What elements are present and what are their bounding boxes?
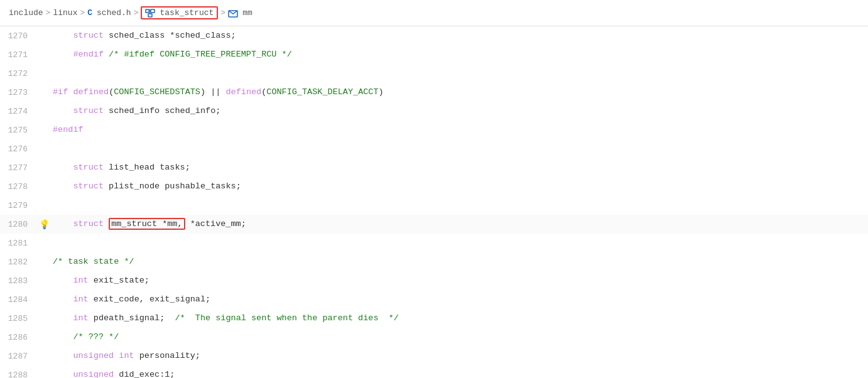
code-text-1274: struct sched_info sched_info;: [50, 102, 220, 121]
breadcrumb-mm-label: mm: [242, 8, 252, 18]
code-text-1280: struct mm_struct *mm, *active_mm;: [50, 215, 246, 234]
code-text-1283: int exit_state;: [50, 271, 149, 290]
line-number: 1288: [0, 370, 38, 379]
code-line-1273: 1273 #if defined(CONFIG_SCHEDSTATS) || d…: [0, 83, 868, 102]
code-line-1280: 1280 💡 struct mm_struct *mm, *active_mm;: [0, 215, 868, 234]
code-line-1272: 1272: [0, 64, 868, 83]
code-line-1277: 1277 struct list_head tasks;: [0, 158, 868, 177]
code-text-1270: struct sched_class *sched_class;: [50, 26, 236, 45]
c-file-icon: C: [87, 8, 92, 18]
line-number: 1286: [0, 333, 38, 342]
struct-icon: [145, 9, 155, 18]
line-number: 1287: [0, 352, 38, 361]
code-text-1278: struct plist_node pushable_tasks;: [50, 177, 241, 196]
breadcrumb: include > linux > C sched.h > task_struc…: [0, 0, 868, 26]
code-line-1285: 1285 int pdeath_signal; /* The signal se…: [0, 309, 868, 328]
code-line-1281: 1281: [0, 234, 868, 252]
code-line-1288: 1288 unsigned did_exec:1;: [0, 365, 868, 378]
breadcrumb-sep-1: >: [46, 8, 51, 18]
line-number: 1281: [0, 239, 38, 248]
code-text-1282: /* task state */: [50, 252, 134, 271]
code-line-1284: 1284 int exit_code, exit_signal;: [0, 290, 868, 309]
line-number: 1277: [0, 163, 38, 173]
breadcrumb-include-label: include: [9, 8, 43, 18]
breadcrumb-sep-4: >: [220, 8, 225, 18]
breadcrumb-mm[interactable]: mm: [228, 8, 252, 18]
line-number: 1278: [0, 182, 38, 192]
code-text-1275: #endif: [50, 121, 84, 139]
code-line-1271: 1271 #endif /* #ifdef CONFIG_TREE_PREEMP…: [0, 45, 868, 64]
line-number: 1285: [0, 314, 38, 323]
breadcrumb-schedh[interactable]: C sched.h: [87, 8, 131, 18]
code-line-1276: 1276: [0, 139, 868, 158]
box-icon: [228, 9, 238, 18]
line-number: 1283: [0, 276, 38, 286]
code-line-1283: 1283 int exit_state;: [0, 271, 868, 290]
line-number: 1284: [0, 295, 38, 305]
line-number: 1276: [0, 144, 38, 154]
code-text-1287: unsigned int personality;: [50, 347, 200, 365]
line-number: 1274: [0, 107, 38, 116]
code-line-1286: 1286 /* ??? */: [0, 328, 868, 347]
breadcrumb-task-struct-label: task_struct: [160, 8, 214, 18]
line-number: 1272: [0, 69, 38, 78]
code-text-1277: struct list_head tasks;: [50, 158, 190, 177]
code-line-1275: 1275 #endif: [0, 121, 868, 139]
bulb-icon[interactable]: 💡: [39, 219, 50, 230]
line-number: 1271: [0, 50, 38, 60]
breadcrumb-task-struct[interactable]: task_struct: [141, 6, 218, 19]
code-text-1271: #endif /* #ifdef CONFIG_TREE_PREEMPT_RCU…: [50, 45, 292, 64]
svg-rect-1: [151, 9, 155, 13]
breadcrumb-linux-label: linux: [53, 8, 77, 18]
line-number: 1279: [0, 201, 38, 210]
code-line-1274: 1274 struct sched_info sched_info;: [0, 102, 868, 121]
code-editor: 1270 struct sched_class *sched_class; 12…: [0, 26, 868, 378]
code-line-1278: 1278 struct plist_node pushable_tasks;: [0, 177, 868, 196]
code-text-1284: int exit_code, exit_signal;: [50, 290, 210, 309]
svg-rect-2: [148, 14, 152, 17]
code-line-1270: 1270 struct sched_class *sched_class;: [0, 26, 868, 45]
line-number: 1273: [0, 88, 38, 97]
gutter-1280: 💡: [38, 219, 50, 230]
breadcrumb-sep-3: >: [134, 8, 139, 18]
line-number: 1282: [0, 257, 38, 267]
code-text-1286: /* ??? */: [50, 328, 119, 347]
breadcrumb-sep-2: >: [80, 8, 85, 18]
code-text-1273: #if defined(CONFIG_SCHEDSTATS) || define…: [50, 83, 384, 102]
line-number: 1280: [0, 220, 38, 229]
line-number: 1270: [0, 31, 38, 41]
code-text-1288: unsigned did_exec:1;: [50, 365, 175, 378]
breadcrumb-include[interactable]: include: [9, 8, 43, 18]
code-line-1279: 1279: [0, 196, 868, 215]
breadcrumb-schedh-label: sched.h: [97, 8, 131, 18]
code-text-1285: int pdeath_signal; /* The signal sent wh…: [50, 309, 399, 328]
code-line-1282: 1282 /* task state */: [0, 252, 868, 271]
code-line-1287: 1287 unsigned int personality;: [0, 347, 868, 365]
line-number: 1275: [0, 126, 38, 135]
breadcrumb-linux[interactable]: linux: [53, 8, 77, 18]
